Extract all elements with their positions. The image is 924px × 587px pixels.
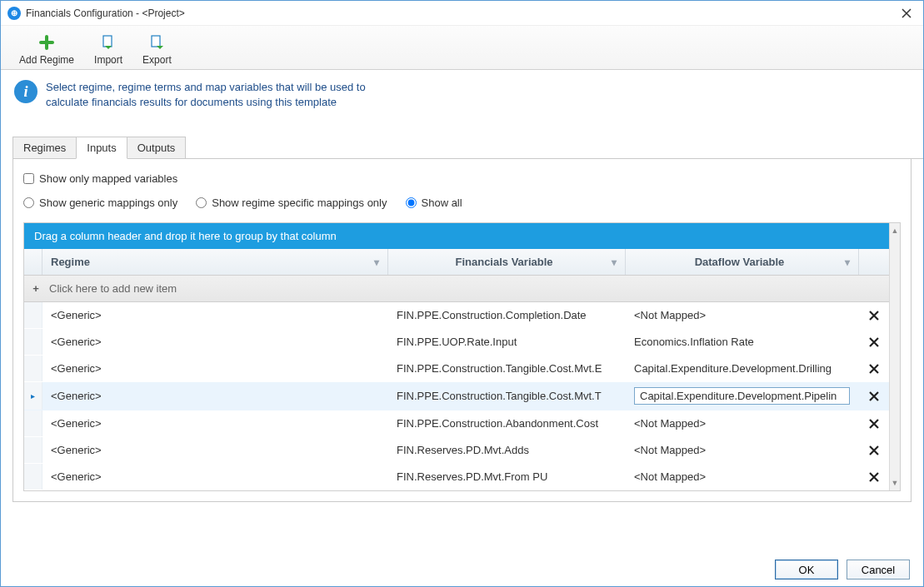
row-indicator	[24, 356, 42, 381]
cell-regime[interactable]: <Generic>	[42, 302, 388, 328]
radio-generic-only-label: Show generic mappings only	[39, 196, 177, 209]
show-only-mapped-label: Show only mapped variables	[39, 172, 177, 185]
ok-button[interactable]: OK	[775, 560, 838, 580]
add-regime-button[interactable]: Add Regime	[9, 29, 84, 69]
show-only-mapped-input[interactable]	[23, 173, 34, 184]
tab-regimes[interactable]: Regimes	[12, 137, 77, 158]
col-header-actions	[859, 249, 889, 275]
table-row[interactable]: <Generic>FIN.PPE.Construction.Abandonmen…	[24, 410, 889, 437]
cell-dataflow-variable[interactable]: Economics.Inflation Rate	[626, 329, 859, 355]
delete-row-button[interactable]	[859, 437, 889, 463]
plus-icon: +	[31, 282, 41, 295]
radio-regime-only-label: Show regime specific mappings only	[212, 196, 387, 209]
cell-financials-variable[interactable]: FIN.PPE.Construction.Tangible.Cost.Mvt.E	[388, 356, 626, 381]
plus-icon	[37, 32, 57, 52]
row-indicator	[24, 329, 42, 355]
svg-rect-1	[152, 36, 160, 47]
row-indicator	[24, 410, 42, 436]
radio-generic-only-input[interactable]	[23, 197, 34, 208]
cell-dataflow-variable[interactable]: Capital.Expenditure.Development.Drilling	[626, 356, 859, 381]
radio-show-all-label: Show all	[422, 196, 462, 209]
toolbar: Add Regime Import Export	[1, 26, 923, 70]
table-row[interactable]: <Generic>FIN.Reserves.PD.Mvt.Adds<Not Ma…	[24, 437, 889, 464]
cell-financials-variable[interactable]: FIN.PPE.Construction.Completion.Date	[388, 302, 626, 328]
col-header-dataflow[interactable]: Dataflow Variable ▾	[626, 249, 859, 275]
dialog-footer: OK Cancel	[775, 560, 910, 580]
table-row[interactable]: <Generic>FIN.PPE.Construction.Tangible.C…	[24, 356, 889, 382]
cell-dataflow-variable[interactable]: Capital.Expenditure.Development.Pipelin	[626, 382, 859, 410]
cell-dataflow-variable[interactable]: <Not Mapped>	[626, 302, 859, 328]
row-indicator: ▸	[24, 382, 42, 410]
cell-regime[interactable]: <Generic>	[42, 382, 388, 410]
filter-icon[interactable]: ▾	[612, 256, 617, 268]
grid-body: <Generic>FIN.PPE.Construction.Completion…	[24, 302, 889, 490]
info-line-2: calculate financials results for documen…	[46, 95, 366, 110]
cell-dataflow-variable[interactable]: <Not Mapped>	[626, 464, 859, 490]
delete-row-button[interactable]	[859, 464, 889, 490]
cell-dataflow-variable[interactable]: <Not Mapped>	[626, 410, 859, 436]
add-regime-label: Add Regime	[19, 54, 74, 66]
cell-financials-variable[interactable]: FIN.Reserves.PD.Mvt.From PU	[388, 464, 626, 490]
add-new-row-label: Click here to add new item	[49, 282, 177, 295]
export-button[interactable]: Export	[132, 29, 182, 69]
info-text: Select regime, regime terms and map vari…	[46, 80, 366, 110]
show-only-mapped-checkbox[interactable]: Show only mapped variables	[23, 169, 901, 188]
scroll-down-arrow[interactable]: ▼	[890, 475, 900, 490]
tab-inputs[interactable]: Inputs	[76, 137, 127, 159]
table-row[interactable]: <Generic>FIN.PPE.Construction.Completion…	[24, 302, 889, 329]
row-indicator	[24, 464, 42, 490]
delete-row-button[interactable]	[859, 302, 889, 328]
col-header-dataflow-label: Dataflow Variable	[634, 256, 845, 268]
scroll-up-arrow[interactable]: ▲	[890, 223, 900, 238]
cancel-button[interactable]: Cancel	[847, 560, 910, 580]
cell-regime[interactable]: <Generic>	[42, 410, 388, 436]
delete-row-button[interactable]	[859, 382, 889, 410]
table-row[interactable]: <Generic>FIN.PPE.UOP.Rate.InputEconomics…	[24, 329, 889, 356]
table-row[interactable]: ▸<Generic>FIN.PPE.Construction.Tangible.…	[24, 382, 889, 410]
info-line-1: Select regime, regime terms and map vari…	[46, 80, 366, 95]
cell-financials-variable[interactable]: FIN.PPE.Construction.Tangible.Cost.Mvt.T	[388, 382, 626, 410]
tab-bar: Regimes Inputs Outputs	[12, 137, 923, 159]
cell-regime[interactable]: <Generic>	[42, 464, 388, 490]
filter-icon[interactable]: ▾	[845, 256, 850, 268]
row-indicator	[24, 302, 42, 328]
group-by-bar[interactable]: Drag a column header and drop it here to…	[24, 223, 889, 249]
close-button[interactable]	[897, 3, 917, 23]
export-label: Export	[142, 54, 172, 66]
radio-generic-only[interactable]: Show generic mappings only	[23, 193, 177, 212]
add-new-row[interactable]: + Click here to add new item	[24, 276, 889, 302]
import-icon	[98, 32, 118, 52]
tab-outputs[interactable]: Outputs	[127, 137, 187, 158]
titlebar: ⊕ Financials Configuration - <Project>	[1, 1, 923, 26]
cell-regime[interactable]: <Generic>	[42, 437, 388, 463]
cell-regime[interactable]: <Generic>	[42, 356, 388, 381]
info-icon: i	[14, 80, 37, 103]
col-header-financials[interactable]: Financials Variable ▾	[388, 249, 626, 275]
cell-regime[interactable]: <Generic>	[42, 329, 388, 355]
radio-show-all[interactable]: Show all	[406, 193, 462, 212]
cell-financials-variable[interactable]: FIN.PPE.UOP.Rate.Input	[388, 329, 626, 355]
cell-financials-variable[interactable]: FIN.PPE.Construction.Abandonment.Cost	[388, 410, 626, 436]
radio-regime-only-input[interactable]	[196, 197, 207, 208]
cell-financials-variable[interactable]: FIN.Reserves.PD.Mvt.Adds	[388, 437, 626, 463]
vertical-scrollbar[interactable]: ▲ ▼	[889, 223, 900, 490]
cell-dataflow-variable[interactable]: <Not Mapped>	[626, 437, 859, 463]
delete-row-button[interactable]	[859, 410, 889, 436]
radio-show-all-input[interactable]	[406, 197, 417, 208]
import-button[interactable]: Import	[84, 29, 132, 69]
grid-header-indicator	[24, 249, 42, 275]
mappings-grid: Drag a column header and drop it here to…	[23, 222, 901, 491]
row-indicator	[24, 437, 42, 463]
import-label: Import	[94, 54, 122, 66]
delete-row-button[interactable]	[859, 356, 889, 381]
filter-icon[interactable]: ▾	[374, 256, 379, 268]
delete-row-button[interactable]	[859, 329, 889, 355]
table-row[interactable]: <Generic>FIN.Reserves.PD.Mvt.From PU<Not…	[24, 464, 889, 490]
mapping-filter-group: Show generic mappings only Show regime s…	[23, 193, 901, 212]
col-header-regime[interactable]: Regime ▾	[42, 249, 388, 275]
grid-header: Regime ▾ Financials Variable ▾ Dataflow …	[24, 249, 889, 276]
radio-regime-only[interactable]: Show regime specific mappings only	[196, 193, 387, 212]
col-header-financials-label: Financials Variable	[397, 256, 612, 268]
svg-rect-0	[103, 36, 112, 47]
app-icon: ⊕	[7, 7, 21, 20]
